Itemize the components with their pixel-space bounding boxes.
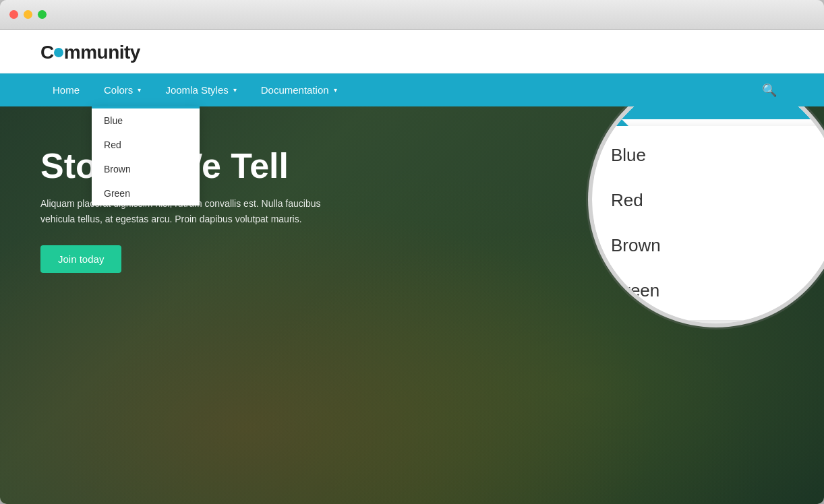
- nav-search[interactable]: 🔍: [755, 73, 784, 106]
- magnified-item-blue[interactable]: Blue: [592, 133, 824, 178]
- maximize-button[interactable]: [38, 10, 47, 19]
- join-today-button[interactable]: Join today: [40, 245, 121, 273]
- app-content: Cmmunity Home Colors ▾ Blue Red Brown Gr…: [0, 30, 824, 504]
- joomla-styles-caret-icon: ▾: [233, 86, 237, 94]
- minimize-button[interactable]: [24, 10, 32, 19]
- dropdown-item-red[interactable]: Red: [92, 133, 200, 157]
- nav-joomla-styles[interactable]: Joomla Styles ▾: [153, 73, 248, 106]
- dropdown-item-green[interactable]: Green: [92, 181, 200, 206]
- magnifier-inner: Colors ▾ Joom... Blue Red Brown: [592, 106, 824, 323]
- browser-window: Cmmunity Home Colors ▾ Blue Red Brown Gr…: [0, 0, 824, 504]
- nav-spacer: [349, 73, 755, 106]
- magnified-dropdown: Blue Red Brown Green: [592, 126, 824, 320]
- nav-documentation[interactable]: Documentation ▾: [249, 73, 349, 106]
- site-logo: Cmmunity: [40, 42, 784, 63]
- nav-home[interactable]: Home: [40, 73, 92, 106]
- colors-caret-icon: ▾: [138, 86, 141, 94]
- colors-dropdown: Blue Red Brown Green: [92, 106, 200, 206]
- hero-title: Stories We Tell: [40, 147, 364, 185]
- nav-colors-container: Colors ▾ Blue Red Brown Green: [92, 73, 153, 106]
- nav-colors[interactable]: Colors ▾: [92, 73, 153, 106]
- logo-dot: [54, 48, 63, 57]
- title-bar: [0, 0, 824, 30]
- site-header: Cmmunity: [0, 30, 824, 73]
- dropdown-item-brown[interactable]: Brown: [92, 157, 200, 181]
- magnified-item-red[interactable]: Red: [592, 178, 824, 223]
- navbar: Home Colors ▾ Blue Red Brown Green Jooml…: [0, 73, 824, 106]
- hero-content: Stories We Tell Aliquam placerat digniss…: [0, 106, 405, 313]
- documentation-caret-icon: ▾: [334, 86, 337, 94]
- magnified-item-brown[interactable]: Brown: [592, 223, 824, 268]
- search-icon[interactable]: 🔍: [762, 83, 777, 98]
- magnified-joomla-nav[interactable]: Joom...: [684, 106, 766, 116]
- dropdown-item-blue[interactable]: Blue: [92, 108, 200, 133]
- close-button[interactable]: [9, 10, 18, 19]
